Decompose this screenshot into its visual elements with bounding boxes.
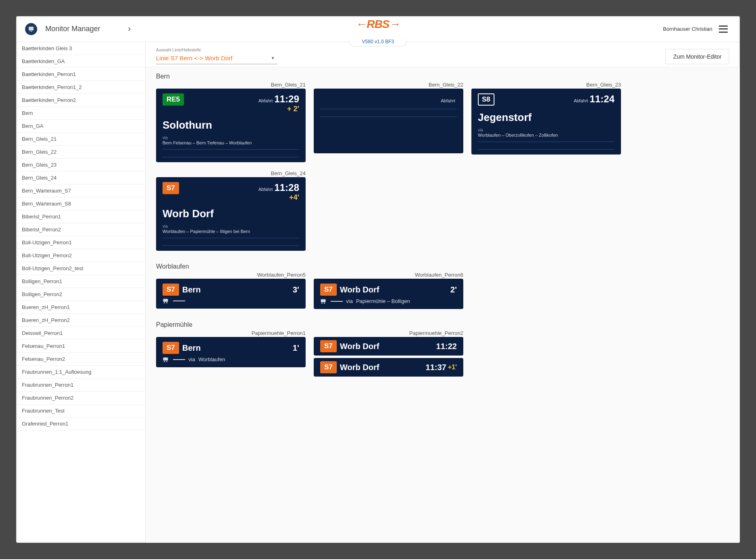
user-name: Bornhauser Christian [663, 26, 712, 32]
sidebar-item[interactable]: Deisswil_Perron1 [16, 327, 145, 340]
card-label: Papiermuehle_Perron2 [314, 330, 463, 336]
destination: Bern [182, 343, 201, 353]
sidebar-item[interactable]: Baetterkinden_Perron1_2 [16, 81, 145, 94]
sidebar-item[interactable]: Bolligen_Perron1 [16, 275, 145, 288]
sidebar-item[interactable]: Bueren_zH_Perron2 [16, 314, 145, 327]
brand-logo: ←RBS→ [356, 18, 400, 31]
sidebar-item[interactable]: Biberist_Perron2 [16, 223, 145, 236]
sidebar-item[interactable]: Bern_Gleis_23 [16, 159, 145, 172]
sidebar-item[interactable]: Baetterkinden Gleis 3 [16, 42, 145, 55]
monitor-card[interactable]: Papiermuehle_Perron2 S7 Worb Dorf 11:22 … [314, 330, 463, 377]
station-title: Bern [156, 73, 729, 80]
sidebar-item[interactable]: Bern_Gleis_24 [16, 172, 145, 184]
svg-point-3 [164, 302, 165, 303]
destination: Bern [182, 285, 201, 294]
via-text: Worblaufen – Oberzollikofen – Zollikofen [478, 133, 615, 138]
card-label: Bern_Gleis_23 [471, 82, 621, 88]
destination: Worb Dorf [163, 208, 299, 220]
sidebar-item[interactable]: Fraubrunnen_Perron1 [16, 379, 145, 392]
sidebar-item[interactable]: Fraubrunnen_Test [16, 404, 145, 417]
svg-rect-1 [30, 31, 32, 31]
station-block: BernBern_Gleis_21 RE5 Abfahrt11:29 + 2' … [156, 73, 729, 251]
line-badge: S7 [320, 284, 337, 296]
sidebar-item[interactable]: Felsenau_Perron1 [16, 340, 145, 353]
destination: Worb Dorf [340, 342, 379, 351]
menu-icon[interactable] [719, 25, 728, 33]
due-time: 11:37 [426, 363, 446, 372]
destination: Worb Dorf [340, 285, 379, 294]
due-time: 1' [293, 343, 299, 353]
sidebar-item[interactable]: Baetterkinden_Perron2 [16, 94, 145, 107]
line-select-wrap: Auswahl Linie/Haltestelle Linie S7 Bern … [156, 48, 277, 64]
app-frame: Monitor Manager ←RBS→ Bornhauser Christi… [16, 16, 740, 543]
svg-point-4 [166, 302, 167, 303]
delay: +1' [448, 364, 457, 371]
card-label: Worblaufen_Perron6 [314, 272, 463, 278]
sidebar-item[interactable]: Bolligen_Perron2 [16, 288, 145, 301]
sidebar-item[interactable]: Biberist_Perron1 [16, 210, 145, 223]
monitor-card[interactable]: Papiermuehle_Perron1 S7 Bern 1' via Worb… [156, 330, 306, 377]
monitor-card[interactable]: Worblaufen_Perron6 S7 Worb Dorf 2' via P… [314, 272, 463, 309]
app-title: Monitor Manager [45, 25, 100, 33]
version-pill: V580 v1.0 BF3 [349, 38, 406, 47]
sidebar-item[interactable]: Bern_Warteraum_S7 [16, 184, 145, 197]
via-label: via [188, 356, 195, 362]
svg-rect-0 [29, 27, 34, 30]
destination: Worb Dorf [340, 363, 379, 372]
svg-rect-5 [321, 299, 326, 302]
card-label: Papiermuehle_Perron1 [156, 330, 306, 336]
line-badge: S7 [163, 342, 179, 354]
app-icon [25, 23, 37, 35]
train-icon [163, 298, 170, 304]
monitor-card[interactable]: Bern_Gleis_24 S7 Abfahrt11:28 +4' Worb D… [156, 170, 306, 251]
sidebar-item[interactable]: Boll-Utzigen_Perron1 [16, 236, 145, 249]
card-label: Bern_Gleis_21 [156, 82, 306, 88]
sidebar-item[interactable]: Bern_Gleis_21 [16, 133, 145, 146]
sidebar-item[interactable]: Bueren_zH_Perron1 [16, 301, 145, 314]
content: BernBern_Gleis_21 RE5 Abfahrt11:29 + 2' … [146, 67, 740, 543]
sidebar-item[interactable]: Fraubrunnen_Perron2 [16, 392, 145, 404]
sidebar-item[interactable]: Felsenau_Perron2 [16, 353, 145, 366]
main: Auswahl Linie/Haltestelle Linie S7 Bern … [146, 42, 740, 543]
due-time: 11:22 [436, 342, 457, 351]
monitor-card[interactable]: Bern_Gleis_21 RE5 Abfahrt11:29 + 2' Solo… [156, 82, 306, 162]
monitor-card[interactable]: Bern_Gleis_23 S8 Abfahrt11:24 Jegenstorf… [471, 82, 621, 162]
station-block: WorblaufenWorblaufen_Perron5 S7 Bern 3' … [156, 263, 729, 309]
train-icon [320, 299, 327, 304]
sidebar-item[interactable]: Baetterkinden_Perron1 [16, 68, 145, 81]
station-block: PapiermühlePapiermuehle_Perron1 S7 Bern … [156, 321, 729, 377]
sidebar[interactable]: Baetterkinden Gleis 3Baetterkinden_GABae… [16, 42, 146, 543]
departure: Abfahrt11:28 +4' [258, 182, 299, 202]
sidebar-item[interactable]: Bern_Gleis_22 [16, 146, 145, 159]
sidebar-item[interactable]: Bern_Warteraum_S8 [16, 197, 145, 210]
sidebar-item[interactable]: Bern [16, 107, 145, 120]
line-badge: S7 [320, 340, 337, 352]
svg-point-9 [164, 361, 165, 362]
line-badge: S7 [163, 284, 179, 296]
monitor-card[interactable]: Bern_Gleis_22 Abfahrt [314, 82, 463, 162]
sidebar-item[interactable]: Boll-Utzigen_Perron2_test [16, 262, 145, 275]
sidebar-item[interactable]: Fraubrunnen_1:1_Aufloesung [16, 366, 145, 379]
card-label: Worblaufen_Perron5 [156, 272, 306, 278]
sidebar-item[interactable]: Bern_GA [16, 120, 145, 133]
svg-point-7 [324, 303, 325, 304]
via-label: via [346, 298, 353, 304]
line-select[interactable]: Linie S7 Bern <-> Worb Dorf [156, 53, 277, 64]
sidebar-toggle[interactable] [125, 24, 134, 34]
line-badge: S7 [320, 361, 337, 373]
via-text: Papiermühle – Bolligen [356, 298, 410, 304]
line-badge: RE5 [163, 93, 184, 106]
sidebar-item[interactable]: Boll-Utzigen_Perron2 [16, 249, 145, 262]
sidebar-item[interactable]: Grafenried_Perron1 [16, 417, 145, 430]
svg-rect-8 [163, 357, 168, 360]
monitor-card[interactable]: Worblaufen_Perron5 S7 Bern 3' [156, 272, 306, 309]
svg-rect-2 [163, 299, 168, 302]
line-slot: RE5 [163, 93, 184, 106]
editor-button[interactable]: Zum Monitor-Editor [665, 49, 729, 64]
station-title: Papiermühle [156, 321, 729, 328]
via-label: via [163, 136, 299, 140]
via-text: Bern Felsenau – Bern Tiefenau – Worblauf… [163, 140, 299, 145]
station-title: Worblaufen [156, 263, 729, 270]
sidebar-item[interactable]: Baetterkinden_GA [16, 55, 145, 68]
via-text: Worblaufen – Papiermühle – Ittigen bei B… [163, 229, 299, 234]
